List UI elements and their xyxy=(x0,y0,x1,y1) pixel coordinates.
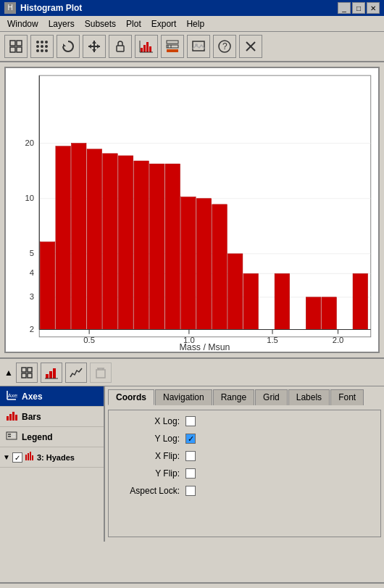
window-title: Histogram Plot xyxy=(20,3,82,13)
svg-rect-22 xyxy=(143,45,146,52)
tab-range[interactable]: Range xyxy=(213,389,254,405)
tab-grid[interactable]: Grid xyxy=(255,389,288,405)
settings-tabs: Coords Navigation Range Grid Labels Font xyxy=(108,389,381,405)
y-flip-row: Y Flip: xyxy=(114,468,375,479)
svg-rect-107 xyxy=(30,452,31,460)
svg-text:1.5: 1.5 xyxy=(267,336,278,344)
x-flip-checkbox[interactable] xyxy=(185,451,196,461)
svg-rect-64 xyxy=(228,254,243,330)
menu-bar: Window Layers Subsets Plot Export Help xyxy=(0,16,384,32)
bars-layer-icon xyxy=(6,410,17,423)
svg-rect-3 xyxy=(17,47,22,52)
svg-rect-83 xyxy=(22,373,26,378)
svg-point-5 xyxy=(41,41,43,44)
svg-rect-86 xyxy=(49,371,52,378)
layer-bars-label: Bars xyxy=(22,412,41,422)
svg-text:?: ? xyxy=(222,41,228,51)
menu-subsets[interactable]: Subsets xyxy=(80,17,120,30)
svg-rect-56 xyxy=(103,154,118,330)
svg-rect-66 xyxy=(275,273,290,329)
delete-btn[interactable] xyxy=(90,363,112,383)
toolbar-close-button[interactable] xyxy=(239,35,262,58)
svg-point-9 xyxy=(45,45,48,48)
svg-rect-85 xyxy=(46,374,49,378)
svg-point-12 xyxy=(45,49,48,52)
svg-rect-65 xyxy=(243,273,259,329)
y-log-checkbox[interactable]: ✓ xyxy=(185,434,196,444)
data-button[interactable] xyxy=(161,35,184,58)
svg-rect-100 xyxy=(7,432,17,439)
image-button[interactable] xyxy=(187,35,210,58)
histogram-icon-button[interactable] xyxy=(135,35,158,58)
layer-check-icon: ✓ xyxy=(12,452,22,463)
x-flip-row: X Flip: xyxy=(114,451,375,461)
svg-rect-106 xyxy=(28,453,29,460)
svg-rect-97 xyxy=(9,414,12,421)
svg-marker-19 xyxy=(97,44,100,49)
svg-text:Mass / Msun: Mass / Msun xyxy=(180,342,230,352)
grid-button[interactable] xyxy=(4,35,28,58)
bottom-panel: ▲ Axes Axes xyxy=(0,357,384,582)
svg-rect-69 xyxy=(353,273,368,329)
layer-hyades[interactable]: ▼ ✓ 3: Hyades xyxy=(0,447,104,468)
menu-plot[interactable]: Plot xyxy=(122,17,146,30)
menu-help[interactable]: Help xyxy=(182,17,209,30)
svg-rect-62 xyxy=(196,199,212,330)
refresh-button[interactable] xyxy=(57,35,80,58)
help-button[interactable]: ? xyxy=(213,35,236,58)
aspect-lock-checkbox[interactable] xyxy=(185,486,196,496)
svg-rect-59 xyxy=(149,164,164,330)
svg-rect-55 xyxy=(87,149,102,330)
svg-text:Axes: Axes xyxy=(8,393,17,398)
status-bar: Position: Count: 250 / 250 xyxy=(0,582,384,588)
svg-rect-89 xyxy=(96,370,105,378)
layer-bars[interactable]: Bars xyxy=(0,407,104,427)
y-log-row: Y Log: ✓ xyxy=(114,434,375,444)
tab-font[interactable]: Font xyxy=(330,389,364,405)
tab-labels[interactable]: Labels xyxy=(288,389,330,405)
svg-rect-27 xyxy=(167,49,178,52)
svg-point-6 xyxy=(36,45,39,48)
svg-rect-68 xyxy=(322,297,337,330)
layers-panel: Axes Axes Bars Legend ▼ ✓ xyxy=(0,386,105,542)
svg-rect-67 xyxy=(306,297,321,330)
layer-settings-btn[interactable] xyxy=(16,363,38,383)
svg-rect-82 xyxy=(28,368,32,372)
minimize-btn[interactable]: _ xyxy=(338,2,351,14)
svg-text:2: 2 xyxy=(30,325,34,334)
x-flip-label: X Flip: xyxy=(114,451,180,461)
svg-point-4 xyxy=(36,41,39,44)
expand-arrow-icon[interactable]: ▲ xyxy=(4,368,13,378)
toolbar: ? xyxy=(0,32,384,62)
svg-rect-53 xyxy=(56,146,71,330)
x-log-checkbox[interactable] xyxy=(185,416,196,426)
menu-layers[interactable]: Layers xyxy=(44,17,79,30)
menu-export[interactable]: Export xyxy=(147,17,181,30)
dots-button[interactable] xyxy=(30,35,54,58)
tab-coords[interactable]: Coords xyxy=(108,389,154,405)
bars-btn[interactable] xyxy=(41,363,62,383)
svg-text:20: 20 xyxy=(25,138,35,147)
svg-rect-61 xyxy=(181,197,196,330)
maximize-btn[interactable]: □ xyxy=(352,2,365,14)
axes-icon: Axes xyxy=(6,389,17,403)
svg-rect-108 xyxy=(32,455,33,460)
window-controls: _ □ ✕ xyxy=(338,2,380,14)
curve-btn[interactable] xyxy=(65,363,87,383)
lock-button[interactable] xyxy=(109,35,132,58)
svg-rect-0 xyxy=(10,41,15,46)
svg-rect-1 xyxy=(17,41,22,46)
svg-rect-21 xyxy=(141,48,143,52)
svg-rect-96 xyxy=(7,416,9,421)
layer-hyades-label: 3: Hyades xyxy=(37,453,75,462)
window-close-btn[interactable]: ✕ xyxy=(367,2,380,14)
y-flip-checkbox[interactable] xyxy=(185,468,196,479)
move-button[interactable] xyxy=(83,35,106,58)
tab-navigation[interactable]: Navigation xyxy=(155,389,212,405)
menu-window[interactable]: Window xyxy=(3,17,43,30)
svg-marker-16 xyxy=(92,41,96,44)
y-log-label: Y Log: xyxy=(114,434,180,444)
layer-axes[interactable]: Axes Axes xyxy=(0,386,104,407)
svg-rect-57 xyxy=(118,156,133,330)
layer-legend[interactable]: Legend xyxy=(0,427,104,447)
